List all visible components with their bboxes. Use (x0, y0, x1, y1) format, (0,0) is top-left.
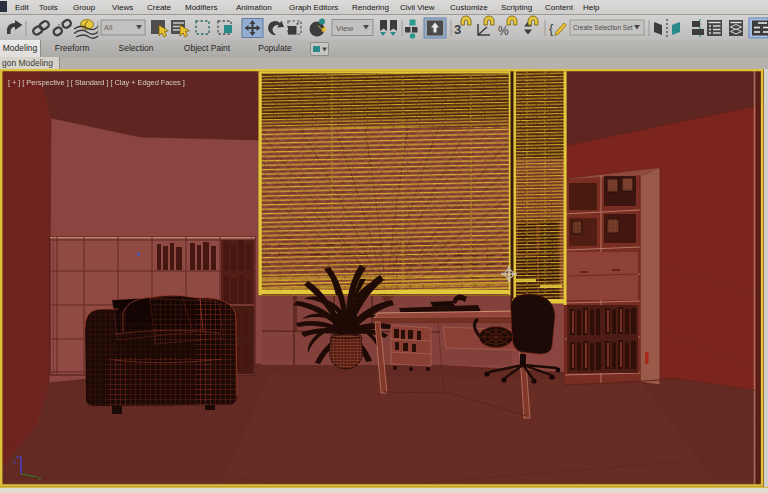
svg-text:[ + ] [ Perspective ] [ Standa: [ + ] [ Perspective ] [ Standard ] [ Cla… (8, 78, 185, 87)
svg-text:Create Selection Set: Create Selection Set (573, 24, 633, 31)
svg-text:z: z (13, 459, 16, 465)
svg-text:{: { (549, 21, 554, 36)
svg-text:%: % (498, 24, 509, 38)
svg-text:View: View (336, 24, 353, 33)
svg-text:3: 3 (454, 22, 461, 37)
svg-text:x: x (38, 475, 41, 481)
svg-text:All: All (104, 23, 113, 32)
